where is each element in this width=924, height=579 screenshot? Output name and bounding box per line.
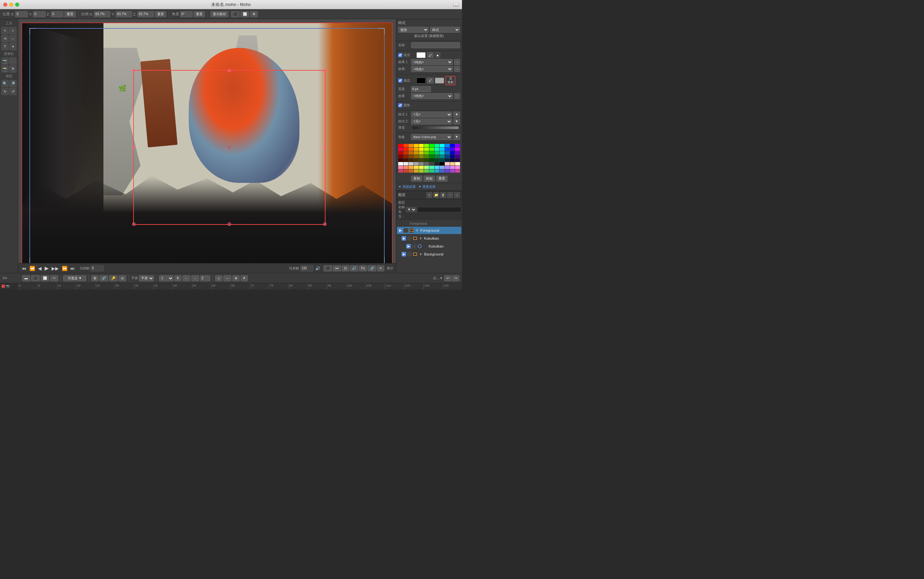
- palette-color-cell[interactable]: [398, 151, 403, 154]
- palette-color-cell[interactable]: [450, 155, 455, 158]
- palette-color-cell[interactable]: [440, 166, 445, 169]
- tl-layer-select[interactable]: 详显皮 ▼: [63, 275, 86, 281]
- sz-input[interactable]: [138, 11, 154, 17]
- palette-color-cell[interactable]: [429, 155, 434, 158]
- angle-input[interactable]: [180, 11, 193, 17]
- palette-color-cell[interactable]: [409, 151, 414, 154]
- palette-color-cell[interactable]: [435, 169, 440, 173]
- layer-expand-kukulkan1[interactable]: [419, 236, 423, 240]
- palette-color-cell[interactable]: [424, 151, 429, 154]
- next-keyframe-button[interactable]: ⏩: [61, 266, 68, 271]
- palette-color-cell[interactable]: [419, 159, 424, 162]
- copy-style-button[interactable]: 复制: [411, 176, 422, 182]
- palette-color-cell[interactable]: [398, 144, 403, 147]
- paste-style-button[interactable]: 粘贴: [423, 176, 435, 182]
- stroke-picker-btn[interactable]: 🖊: [427, 78, 433, 83]
- style1-dropdown[interactable]: <无>: [411, 111, 452, 118]
- layer-expand-background[interactable]: [419, 252, 423, 257]
- palette-color-cell[interactable]: [398, 166, 403, 169]
- palette-color-cell[interactable]: [445, 162, 450, 165]
- palette-color-cell[interactable]: [440, 155, 445, 158]
- reset-style-button[interactable]: 重置: [436, 176, 448, 182]
- palette-color-cell[interactable]: [429, 144, 434, 147]
- palette-color-cell[interactable]: [455, 162, 460, 165]
- smooth-select[interactable]: 平滑: [139, 275, 154, 281]
- canvas-area[interactable]: 🌿 ✛: [18, 19, 396, 273]
- end-frame-input[interactable]: [300, 265, 313, 272]
- palette-color-cell[interactable]: [450, 162, 455, 165]
- round-checkbox[interactable]: [398, 103, 402, 107]
- audio-button[interactable]: 🔊: [314, 266, 321, 271]
- palette-color-cell[interactable]: [414, 144, 419, 147]
- select-tool[interactable]: ↖: [1, 27, 8, 34]
- tool-extra-btn2[interactable]: ⬜: [241, 11, 249, 17]
- layers-filter-input[interactable]: [417, 207, 461, 212]
- layer-vis-background[interactable]: [407, 252, 412, 257]
- palette-color-cell[interactable]: [404, 166, 409, 169]
- palette-color-cell[interactable]: [419, 169, 424, 173]
- palette-dropdown[interactable]: Basic Colors.png: [411, 134, 452, 140]
- tl-link-btn[interactable]: 🔗: [100, 275, 108, 281]
- palette-color-cell[interactable]: [445, 166, 450, 169]
- palette-color-cell[interactable]: [440, 144, 445, 147]
- palette-color-cell[interactable]: [409, 147, 414, 151]
- effect2-dropdown[interactable]: <纯色>: [411, 66, 453, 72]
- reset-angle-button[interactable]: 重置: [194, 11, 205, 17]
- palette-color-cell[interactable]: [398, 147, 403, 151]
- stroke-color-swatch[interactable]: [417, 78, 426, 83]
- palette-color-cell[interactable]: [435, 144, 440, 147]
- layer-row-kukulkan1[interactable]: ▶ Kukulkan: [397, 235, 461, 242]
- palette-color-cell[interactable]: [435, 155, 440, 158]
- palette-color-cell[interactable]: [424, 147, 429, 151]
- palette-color-cell[interactable]: [398, 162, 403, 165]
- tl-key-btn[interactable]: 🔑: [109, 275, 118, 281]
- palette-color-cell[interactable]: [414, 155, 419, 158]
- z-input[interactable]: [51, 11, 64, 17]
- layers-filter-select[interactable]: ▼: [406, 207, 417, 212]
- layers-folder-btn[interactable]: 📁: [433, 192, 439, 198]
- palette-color-cell[interactable]: [445, 144, 450, 147]
- camera-btn1[interactable]: 📷: [1, 57, 8, 65]
- tl-key-icon-btn[interactable]: K: [174, 275, 181, 281]
- palette-color-cell[interactable]: [424, 169, 429, 173]
- palette-color-cell[interactable]: [435, 162, 440, 165]
- palette-color-cell[interactable]: [429, 166, 434, 169]
- palette-color-cell[interactable]: [409, 162, 414, 165]
- palette-color-cell[interactable]: [404, 151, 409, 154]
- palette-color-cell[interactable]: [455, 144, 460, 147]
- layers-delete-btn[interactable]: 🗑: [440, 192, 446, 198]
- tl-keyframe-btn[interactable]: ◇: [215, 275, 222, 281]
- palette-color-cell[interactable]: [450, 169, 455, 173]
- palette-color-cell[interactable]: [414, 151, 419, 154]
- palette-color-cell[interactable]: [419, 147, 424, 151]
- palette-color-cell[interactable]: [435, 147, 440, 151]
- layers-add-btn[interactable]: +: [426, 192, 432, 198]
- tool-extra-btn1[interactable]: ⬛: [231, 11, 240, 17]
- stroke-checkbox[interactable]: [398, 79, 402, 83]
- layers-more-btn[interactable]: ···: [447, 192, 453, 198]
- move-tool[interactable]: ↔: [9, 35, 16, 42]
- rotate-ccw-btn[interactable]: ↺: [9, 88, 16, 95]
- palette-color-cell[interactable]: [440, 151, 445, 154]
- star-tool[interactable]: ✦: [9, 43, 16, 50]
- text-tool[interactable]: T: [1, 43, 8, 50]
- fill-extra-btn[interactable]: ■: [435, 52, 440, 58]
- palette-color-cell[interactable]: [398, 155, 403, 158]
- palette-color-cell[interactable]: [450, 144, 455, 147]
- style-dropdown[interactable]: 样式: [430, 27, 460, 33]
- palette-color-cell[interactable]: [424, 166, 429, 169]
- tl-btn3[interactable]: ⬜: [41, 275, 49, 281]
- step-back-button[interactable]: ◀: [37, 266, 43, 271]
- effect1-dropdown[interactable]: <纯色>: [411, 59, 453, 65]
- view-opt1[interactable]: ⬛: [323, 265, 332, 272]
- palette-color-cell[interactable]: [445, 155, 450, 158]
- layers-expand-btn[interactable]: ↕: [454, 192, 460, 198]
- name-input[interactable]: [411, 42, 460, 48]
- palette-color-cell[interactable]: [419, 155, 424, 158]
- stroke-effect-dropdown[interactable]: <纯色>: [411, 93, 453, 99]
- tl-redo-btn[interactable]: ↪: [452, 275, 460, 281]
- tl-btn2[interactable]: ⬛: [31, 275, 39, 281]
- palette-color-cell[interactable]: [404, 155, 409, 158]
- tl-grid-btn[interactable]: ⊞: [91, 275, 98, 281]
- shape-dropdown[interactable]: 图形: [398, 27, 428, 33]
